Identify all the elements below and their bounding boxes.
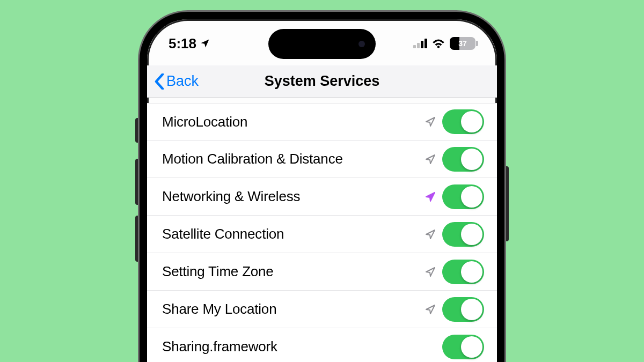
settings-row-label: Setting Time Zone [162, 263, 424, 280]
status-bar: 5:18 37 [147, 30, 497, 57]
settings-row: Setting Time Zone [147, 253, 497, 291]
toggle-switch[interactable] [442, 109, 484, 134]
settings-row: Motion Calibration & Distance [147, 141, 497, 178]
toggle-switch[interactable] [442, 147, 484, 172]
status-time: 5:18 [169, 35, 196, 52]
location-arrow-icon [424, 265, 437, 278]
toggle-switch[interactable] [442, 335, 484, 359]
location-arrow-icon [424, 190, 437, 203]
location-arrow-icon [424, 115, 437, 128]
settings-row-label: Motion Calibration & Distance [162, 151, 424, 167]
wifi-icon [431, 38, 445, 49]
settings-row: Share My Location [147, 291, 497, 328]
settings-row-label: MicroLocation [162, 114, 424, 130]
settings-row-label: Networking & Wireless [162, 188, 424, 205]
location-arrow-icon [424, 303, 437, 316]
settings-row-label: Share My Location [162, 301, 424, 317]
settings-row: MicroLocation [147, 103, 497, 141]
settings-row-label: Satellite Connection [162, 226, 424, 242]
back-button[interactable]: Back [147, 73, 199, 90]
settings-list: MicroLocation Motion Calibration & Dista… [147, 103, 497, 362]
cellular-signal-icon [413, 39, 427, 48]
location-arrow-icon [200, 38, 210, 49]
toggle-switch[interactable] [442, 260, 484, 284]
settings-row: Sharing.framework [147, 328, 497, 362]
settings-row-label: Sharing.framework [162, 338, 442, 355]
battery-icon: 37 [450, 37, 475, 50]
location-arrow-icon [424, 228, 437, 241]
location-arrow-icon [424, 153, 437, 166]
page-title: System Services [147, 73, 497, 90]
chevron-left-icon [155, 73, 164, 90]
nav-bar: Back System Services [147, 65, 497, 98]
toggle-switch[interactable] [442, 222, 484, 247]
back-label: Back [166, 73, 199, 90]
settings-row: Satellite Connection [147, 216, 497, 253]
toggle-switch[interactable] [442, 184, 484, 209]
battery-percent: 37 [450, 39, 475, 48]
settings-row: Networking & Wireless [147, 178, 497, 216]
phone-frame: 5:18 37 Back [140, 12, 504, 362]
toggle-switch[interactable] [442, 297, 484, 322]
